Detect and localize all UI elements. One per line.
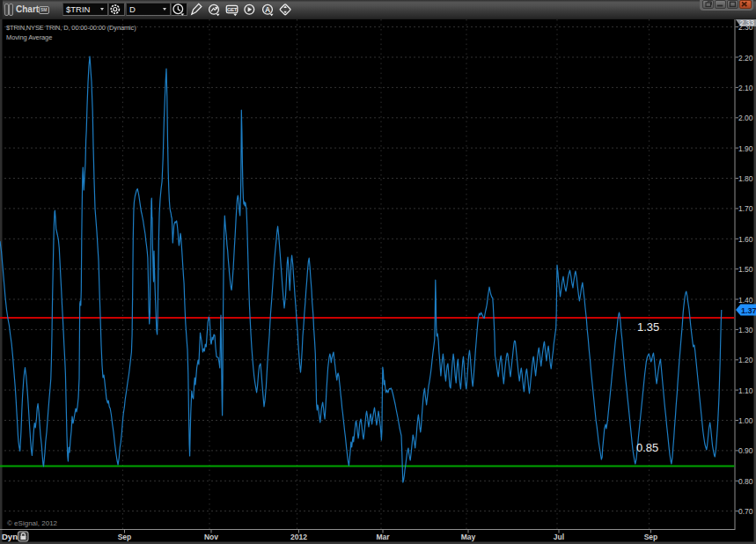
svg-text:© eSignal, 2012: © eSignal, 2012 — [7, 519, 58, 527]
svg-text:0.90: 0.90 — [738, 446, 753, 455]
svg-text:Dyn: Dyn — [2, 532, 18, 541]
svg-text:Nov: Nov — [204, 533, 218, 541]
svg-text:Jul: Jul — [554, 533, 564, 541]
svg-text:1.70: 1.70 — [738, 204, 753, 213]
svg-text:Mar: Mar — [376, 533, 390, 541]
svg-text:2.10: 2.10 — [738, 84, 753, 92]
svg-text:1.90: 1.90 — [738, 144, 753, 153]
svg-text:1.40: 1.40 — [738, 296, 753, 305]
svg-text:1.10: 1.10 — [738, 386, 753, 395]
svg-text:2.20: 2.20 — [738, 54, 753, 62]
svg-text:2.00: 2.00 — [738, 114, 753, 122]
svg-text:0.85: 0.85 — [636, 441, 658, 454]
svg-text:2.33: 2.33 — [740, 18, 755, 27]
svg-text:Sep: Sep — [118, 533, 132, 541]
svg-text:1.00: 1.00 — [738, 416, 753, 425]
svg-text:May: May — [461, 533, 476, 541]
svg-text:1.20: 1.20 — [738, 356, 753, 364]
svg-text:$TRIN,NYSE TRIN, D, 00:00-00:0: $TRIN,NYSE TRIN, D, 00:00-00:00 (Dynamic… — [6, 24, 136, 32]
svg-text:0.70: 0.70 — [738, 507, 753, 516]
svg-text:Sep: Sep — [644, 533, 658, 541]
svg-text:A: A — [265, 5, 270, 14]
svg-text:0.80: 0.80 — [738, 477, 753, 486]
svg-text:1.37: 1.37 — [741, 306, 756, 315]
svg-text:1.35: 1.35 — [637, 320, 659, 334]
svg-text:1.60: 1.60 — [738, 235, 753, 244]
svg-text:GET: GET — [227, 7, 238, 12]
svg-text:2012: 2012 — [290, 533, 307, 541]
svg-text:1.80: 1.80 — [738, 174, 753, 183]
svg-text:Moving Average: Moving Average — [6, 33, 52, 41]
svg-text:1.50: 1.50 — [738, 265, 753, 274]
svg-text:1.30: 1.30 — [738, 326, 753, 334]
